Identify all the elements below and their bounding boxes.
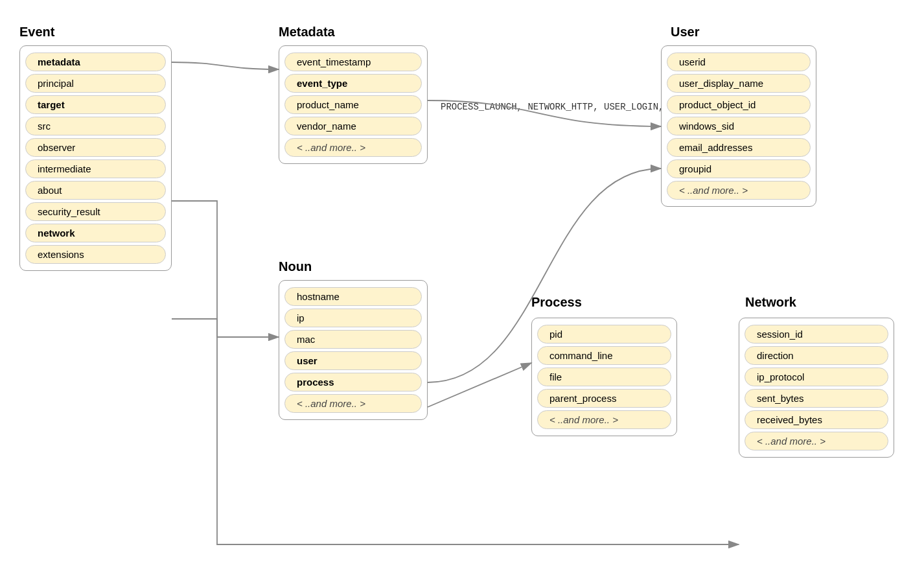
card-item-----and-more----: < ..and more.. > [745,432,888,450]
event-title: Event [19,25,54,40]
card-item-intermediate: intermediate [25,159,166,178]
metadata-card-group: event_timestampevent_typeproduct_nameven… [279,45,428,164]
card-item-vendor-name: vendor_name [284,117,422,135]
card-item-sent-bytes: sent_bytes [745,389,888,408]
card-item-file: file [537,368,671,386]
card-item-network: network [25,224,166,242]
card-item-----and-more----: < ..and more.. > [537,410,671,429]
card-item-direction: direction [745,346,888,365]
network-card-group: session_iddirectionip_protocolsent_bytes… [739,318,894,458]
card-item-----and-more----: < ..and more.. > [284,394,422,413]
card-item-ip: ip [284,309,422,327]
card-item-command-line: command_line [537,346,671,365]
noun-card-group: hostnameipmacuserprocess< ..and more.. > [279,280,428,420]
card-item-process: process [284,373,422,391]
card-item-session-id: session_id [745,325,888,344]
card-item-hostname: hostname [284,287,422,306]
card-item-mac: mac [284,330,422,349]
card-item-observer: observer [25,138,166,157]
card-item-event-timestamp: event_timestamp [284,53,422,71]
user-card-group: useriduser_display_nameproduct_object_id… [661,45,816,207]
card-item-userid: userid [667,53,811,71]
event-card-group: metadataprincipaltargetsrcobserverinterm… [19,45,172,271]
card-item-target: target [25,95,166,114]
card-item-user-display-name: user_display_name [667,74,811,93]
card-item-src: src [25,117,166,135]
card-item-about: about [25,181,166,200]
card-item-product-object-id: product_object_id [667,95,811,114]
card-item-parent-process: parent_process [537,389,671,408]
card-item-----and-more----: < ..and more.. > [667,181,811,200]
card-item-user: user [284,351,422,370]
user-title: User [671,25,699,40]
card-item-metadata: metadata [25,53,166,71]
card-item-received-bytes: received_bytes [745,410,888,429]
card-item-security-result: security_result [25,202,166,221]
event-type-labels: PROCESS_LAUNCH, NETWORK_HTTP, USER_LOGIN… [441,100,691,114]
card-item-extensions: extensions [25,245,166,264]
noun-title: Noun [279,259,312,274]
process-title: Process [531,295,582,310]
card-item-----and-more----: < ..and more.. > [284,138,422,157]
card-item-email-addresses: email_addresses [667,138,811,157]
card-item-windows-sid: windows_sid [667,117,811,135]
card-item-principal: principal [25,74,166,93]
metadata-title: Metadata [279,25,335,40]
card-item-pid: pid [537,325,671,344]
card-item-groupid: groupid [667,159,811,178]
card-item-ip-protocol: ip_protocol [745,368,888,386]
process-card-group: pidcommand_linefileparent_process< ..and… [531,318,677,436]
card-item-event-type: event_type [284,74,422,93]
network-title: Network [745,295,796,310]
card-item-product-name: product_name [284,95,422,114]
